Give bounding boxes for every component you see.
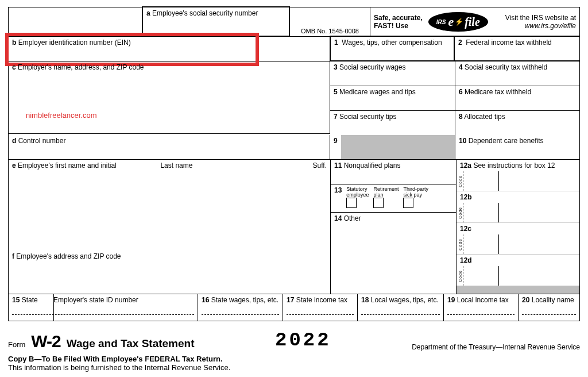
box-1-label: Wages, tips, other compensation bbox=[342, 39, 442, 47]
box-a: a Employee's social security number bbox=[142, 6, 290, 37]
box-4: 4 Social security tax withheld bbox=[455, 61, 579, 86]
box-9: 9 bbox=[330, 135, 455, 159]
box-b: b Employer identification number (EIN) bbox=[9, 37, 330, 61]
watermark-text: nimblefreelancer.com bbox=[26, 111, 97, 120]
suffix-label: Suff. bbox=[313, 161, 327, 170]
box-c-label: Employer's name, address, and ZIP code bbox=[18, 63, 144, 71]
box-7: 7 Social security tips bbox=[330, 111, 455, 135]
efile-logo: IRS e ⚡ file bbox=[428, 12, 488, 32]
form-label: Form bbox=[8, 340, 25, 349]
efile-promo: Safe, accurate, FAST! Use IRS e ⚡ file V… bbox=[370, 7, 579, 36]
box-c-num: c bbox=[12, 63, 16, 71]
box-9-shaded bbox=[341, 135, 455, 159]
box-a-num: a bbox=[146, 9, 150, 17]
box-1-num: 1 bbox=[334, 39, 338, 47]
box-12d: 12d Code bbox=[457, 255, 579, 286]
copy-b-line: Copy B—To Be Filed With Employee's FEDER… bbox=[8, 355, 580, 363]
last-name-label: Last name bbox=[160, 161, 192, 170]
visit-line1: Visit the IRS website at bbox=[494, 14, 576, 22]
form-title: Wage and Tax Statement bbox=[67, 337, 195, 350]
box-5: 5 Medicare wages and tips bbox=[330, 86, 455, 110]
box-6: 6 Medicare tax withheld bbox=[455, 86, 579, 110]
box-e: e Employee's first name and initial Last… bbox=[9, 160, 330, 251]
box-a-label: Employee's social security number bbox=[152, 9, 258, 17]
box-12c: 12c Code bbox=[457, 223, 579, 255]
box-b-num: b bbox=[12, 39, 16, 47]
checkbox-third-party-sick-pay[interactable] bbox=[403, 198, 413, 208]
box-1: 1 Wages, tips, other compensation bbox=[330, 36, 455, 61]
box-14: 14 Other bbox=[331, 213, 456, 264]
box-16: 16 State wages, tips, etc. bbox=[198, 294, 283, 321]
box-8: 8 Allocated tips bbox=[455, 111, 579, 135]
box-13: 13 Statutoryemployee Retirementplan Thir… bbox=[331, 184, 456, 213]
box-2-label: Federal income tax withheld bbox=[466, 39, 551, 47]
safe-line1: Safe, accurate, bbox=[374, 14, 423, 22]
box-19: 19 Local income tax bbox=[444, 294, 519, 321]
box-18: 18 Local wages, tips, etc. bbox=[358, 294, 444, 321]
department-line: Department of the Treasury—Internal Reve… bbox=[412, 343, 580, 351]
visit-url: www.irs.gov/efile bbox=[494, 22, 576, 30]
info-line: This information is being furnished to t… bbox=[8, 363, 580, 372]
box-c: c Employer's name, address, and ZIP code… bbox=[9, 61, 330, 134]
box-20: 20 Locality name bbox=[519, 294, 579, 321]
omb-number: OMB No. 1545-0008 bbox=[301, 28, 359, 34]
checkbox-retirement-plan[interactable] bbox=[373, 198, 384, 208]
box-12-shaded bbox=[457, 286, 579, 294]
omb-cell: OMB No. 1545-0008 bbox=[290, 7, 370, 36]
box-12a: 12a See instructions for box 12 Code bbox=[457, 160, 579, 191]
lightning-icon: ⚡ bbox=[455, 18, 463, 26]
safe-line2: FAST! Use bbox=[374, 22, 423, 30]
box-11: 11 Nonqualified plans bbox=[331, 160, 456, 184]
box-2: 2 Federal income tax withheld bbox=[454, 36, 580, 61]
box-d: d Control number bbox=[9, 135, 330, 159]
box-2-num: 2 bbox=[458, 39, 462, 47]
form-number: W-2 bbox=[31, 332, 60, 351]
box-3: 3 Social security wages bbox=[330, 61, 455, 86]
box-12b: 12b Code bbox=[457, 191, 579, 223]
box-15: 15 State Employer's state ID number bbox=[9, 294, 198, 321]
box-f: f Employee's address and ZIP code bbox=[9, 251, 330, 267]
form-footer: Form W-2 Wage and Tax Statement 2022 Dep… bbox=[8, 329, 580, 372]
box-b-label: Employer identification number (EIN) bbox=[18, 39, 131, 47]
tax-year: 2022 bbox=[275, 329, 331, 351]
checkbox-statutory-employee[interactable] bbox=[346, 198, 357, 208]
box-10: 10 Dependent care benefits bbox=[455, 135, 579, 159]
box-17: 17 State income tax bbox=[283, 294, 358, 321]
